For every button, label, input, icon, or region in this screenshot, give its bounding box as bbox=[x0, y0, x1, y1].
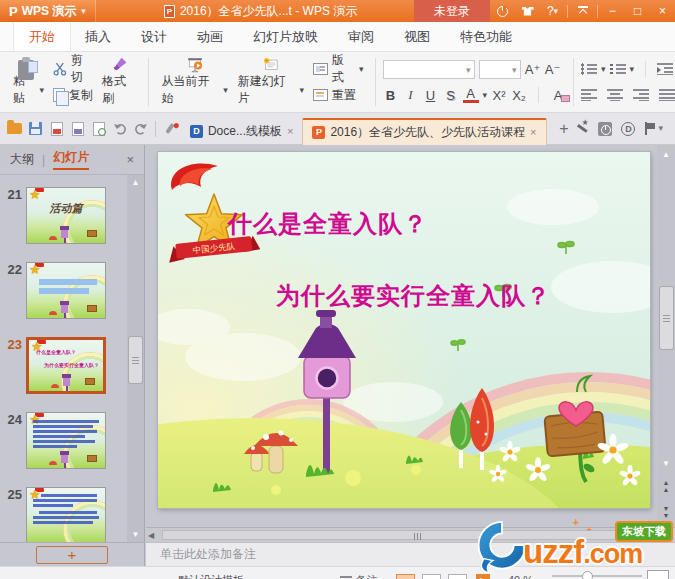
scroll-down-icon[interactable]: ▼ bbox=[657, 456, 675, 471]
chevron-down-icon[interactable]: ▾ bbox=[483, 91, 488, 100]
underline-button[interactable]: U bbox=[423, 88, 439, 103]
numbered-list-button[interactable] bbox=[610, 63, 626, 75]
slide-panel: 大纲 | 幻灯片 × 21 ★ 活动篇 22 ★ bbox=[0, 145, 145, 566]
slide-thumbnail-image[interactable]: ★ 活动篇 bbox=[26, 187, 106, 244]
format-painter-button[interactable]: 格式刷 bbox=[98, 55, 141, 109]
vertical-scrollbar[interactable]: ▲ ▼ ▲▲ ▼▼ bbox=[657, 145, 675, 527]
save-button[interactable] bbox=[25, 117, 46, 141]
reading-view-button[interactable] bbox=[448, 574, 467, 579]
new-slide-button[interactable]: 新建幻灯片▾ bbox=[233, 55, 309, 109]
slide-thumbnail-24[interactable]: 24 ★ bbox=[0, 412, 127, 469]
slide-thumbnail-23-selected[interactable]: 23 ★ 什么是全童入队？ 为什么要实行全童入队？ bbox=[0, 337, 127, 394]
tab-insert[interactable]: 插入 bbox=[70, 22, 126, 51]
notes-toggle[interactable]: 备注 bbox=[340, 573, 378, 579]
ink-annotate-button[interactable] bbox=[160, 117, 181, 141]
close-tab-icon[interactable]: × bbox=[287, 125, 293, 137]
play-from-current-button[interactable]: 从当前开始▾ bbox=[156, 55, 232, 109]
scroll-left-icon[interactable]: ◀ bbox=[148, 529, 154, 542]
slide-question-2[interactable]: 为什么要实行全童入队？ bbox=[276, 280, 551, 312]
paste-button[interactable]: 粘贴▾ bbox=[8, 55, 49, 109]
tab-special-features[interactable]: 特色功能 bbox=[445, 22, 527, 51]
clear-format-button[interactable]: A bbox=[550, 88, 566, 103]
copy-button[interactable]: 复制 bbox=[49, 83, 98, 107]
collapse-ribbon-icon[interactable] bbox=[570, 0, 595, 22]
undo-button[interactable] bbox=[109, 117, 130, 141]
flag-icon[interactable] bbox=[644, 122, 656, 135]
add-slide-button[interactable]: + bbox=[36, 546, 108, 564]
close-button[interactable]: × bbox=[650, 0, 675, 22]
reset-button[interactable]: 重置 bbox=[309, 83, 367, 107]
open-file-button[interactable] bbox=[4, 117, 25, 141]
history-clock-icon[interactable] bbox=[598, 122, 612, 136]
chevron-down-icon[interactable]: ▾ bbox=[601, 65, 606, 74]
slide-thumbnail-image[interactable]: ★ bbox=[26, 487, 106, 542]
magic-wand-icon[interactable] bbox=[575, 122, 589, 136]
close-panel-icon[interactable]: × bbox=[126, 152, 134, 167]
current-slide[interactable]: 中国少先队 什么是全童入队？ 为什么要实行全童入队？ bbox=[158, 152, 650, 508]
text-shadow-button[interactable]: S bbox=[443, 88, 459, 103]
align-left-button[interactable] bbox=[581, 89, 597, 101]
redo-button[interactable] bbox=[130, 117, 151, 141]
previous-slide-button[interactable]: ▲▲ bbox=[657, 477, 675, 493]
help-icon[interactable]: ?▾ bbox=[540, 0, 565, 22]
slide-thumbnail-22[interactable]: 22 ★ bbox=[0, 262, 127, 319]
print-preview-button[interactable] bbox=[88, 117, 109, 141]
slide-thumbnail-21[interactable]: 21 ★ 活动篇 bbox=[0, 187, 127, 244]
scroll-up-icon[interactable]: ▲ bbox=[127, 175, 144, 190]
export-pdf-button[interactable] bbox=[46, 117, 67, 141]
wps-menu-button[interactable]: P WPS 演示 ▾ bbox=[0, 0, 96, 22]
slide-thumbnail-image[interactable]: ★ 什么是全童入队？ 为什么要实行全童入队？ bbox=[26, 337, 106, 394]
chevron-down-icon[interactable]: ▾ bbox=[630, 65, 635, 74]
scroll-down-icon[interactable]: ▼ bbox=[127, 527, 144, 542]
slide-thumbnail-image[interactable]: ★ bbox=[26, 412, 106, 469]
slide-thumbnail-image[interactable]: ★ bbox=[26, 262, 106, 319]
scrollbar-thumb[interactable] bbox=[660, 287, 673, 349]
align-right-button[interactable] bbox=[633, 89, 649, 101]
docer-icon[interactable]: D bbox=[621, 122, 635, 136]
subscript-button[interactable]: X₂ bbox=[511, 88, 527, 103]
design-template-label[interactable]: 默认设计模板 bbox=[178, 573, 244, 579]
italic-button[interactable]: I bbox=[403, 87, 419, 103]
slide-sorter-view-button[interactable] bbox=[422, 574, 441, 579]
scrollbar-thumb[interactable] bbox=[129, 337, 142, 383]
tab-design[interactable]: 设计 bbox=[126, 22, 182, 51]
decrease-font-button[interactable]: A⁻ bbox=[545, 62, 561, 77]
doc-tab-current[interactable]: P 2016）全省少先队、少先队活动课程 × bbox=[302, 118, 546, 145]
slides-tab[interactable]: 幻灯片 bbox=[53, 149, 89, 170]
app-name: WPS 演示 bbox=[22, 3, 77, 20]
login-button[interactable]: 未登录 bbox=[414, 0, 490, 22]
maximize-button[interactable]: □ bbox=[625, 0, 650, 22]
tab-review[interactable]: 审阅 bbox=[333, 22, 389, 51]
slide-thumbnail-25[interactable]: 25 ★ bbox=[0, 487, 127, 542]
tab-home[interactable]: 开始 bbox=[14, 22, 70, 51]
bold-button[interactable]: B bbox=[383, 88, 399, 103]
tab-view[interactable]: 视图 bbox=[389, 22, 445, 51]
increase-indent-button[interactable] bbox=[657, 63, 673, 75]
align-justify-button[interactable] bbox=[659, 89, 675, 101]
scroll-up-icon[interactable]: ▲ bbox=[657, 147, 675, 162]
font-size-select[interactable]: ▾ bbox=[479, 60, 521, 79]
panel-scrollbar[interactable]: ▲ ▼ bbox=[127, 175, 144, 542]
chevron-down-icon[interactable]: ▾ bbox=[658, 124, 663, 133]
superscript-button[interactable]: X² bbox=[491, 88, 507, 103]
increase-font-button[interactable]: A⁺ bbox=[525, 62, 541, 77]
minimize-button[interactable]: − bbox=[600, 0, 625, 22]
outline-tab[interactable]: 大纲 bbox=[10, 151, 34, 168]
bullet-list-button[interactable] bbox=[581, 63, 597, 75]
print-button[interactable] bbox=[67, 117, 88, 141]
tab-slideshow[interactable]: 幻灯片放映 bbox=[238, 22, 333, 51]
slide-question-1[interactable]: 什么是全童入队？ bbox=[228, 208, 428, 240]
slide-number: 25 bbox=[0, 487, 26, 542]
align-center-button[interactable] bbox=[607, 89, 623, 101]
close-tab-icon[interactable]: × bbox=[530, 126, 536, 138]
layout-button[interactable]: 版式▾ bbox=[309, 57, 367, 81]
skin-theme-icon[interactable] bbox=[515, 0, 540, 22]
font-name-select[interactable]: ▾ bbox=[383, 60, 475, 79]
normal-view-button[interactable] bbox=[396, 574, 415, 579]
doc-tab-templates[interactable]: D Doce...线模板 × bbox=[181, 118, 302, 145]
cut-button[interactable]: 剪切 bbox=[49, 57, 98, 81]
feedback-icon[interactable] bbox=[490, 0, 515, 22]
font-color-button[interactable]: A bbox=[463, 87, 479, 103]
tab-animation[interactable]: 动画 bbox=[182, 22, 238, 51]
new-document-tab-button[interactable]: + bbox=[553, 120, 576, 138]
